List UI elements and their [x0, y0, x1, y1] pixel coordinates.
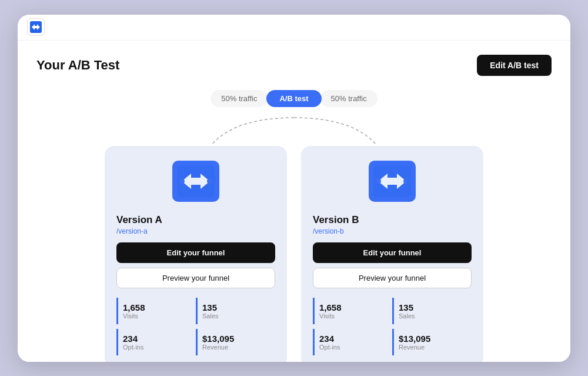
version-a-optins-value: 234: [123, 334, 192, 344]
version-a-visits-value: 1,658: [123, 302, 192, 312]
version-a-stat-optins: 234 Opt-ins: [116, 329, 192, 355]
svg-point-5: [207, 178, 213, 184]
version-a-visits-label: Visits: [123, 312, 192, 320]
version-b-icon-area: [313, 158, 472, 205]
header-row: Your A/B Test Edit A/B test: [36, 55, 552, 76]
version-b-revenue-value: $13,095: [399, 334, 468, 344]
version-a-stat-sales: 135 Sales: [196, 298, 272, 324]
version-b-stat-visits: 1,658 Visits: [313, 298, 389, 324]
cards-row: Version A /version-a Edit your funnel Pr…: [36, 146, 552, 362]
version-b-sales-value: 135: [399, 302, 468, 312]
traffic-right-label: 50% traffic: [320, 90, 377, 107]
traffic-left-label: 50% traffic: [211, 90, 268, 107]
version-b-stat-optins: 234 Opt-ins: [313, 329, 389, 355]
version-b-stat-sales: 135 Sales: [392, 298, 468, 324]
version-a-edit-funnel-button[interactable]: Edit your funnel: [116, 242, 275, 263]
main-content: Your A/B Test Edit A/B test 50% traffic …: [18, 41, 570, 362]
version-a-preview-funnel-button[interactable]: Preview your funnel: [116, 268, 275, 288]
edit-ab-test-button[interactable]: Edit A/B test: [477, 55, 552, 76]
version-a-revenue-value: $13,095: [202, 334, 272, 344]
version-b-stats: 1,658 Visits 135 Sales 234 Opt-ins $13,0…: [313, 295, 472, 358]
version-a-sales-label: Sales: [202, 312, 272, 320]
page-title: Your A/B Test: [36, 58, 119, 73]
version-b-optins-label: Opt-ins: [319, 344, 389, 351]
version-a-icon-area: [116, 158, 275, 205]
version-a-optins-label: Opt-ins: [123, 344, 192, 351]
version-a-stats: 1,658 Visits 135 Sales 234 Opt-ins $13,0…: [116, 295, 275, 358]
version-b-visits-value: 1,658: [319, 302, 389, 312]
version-b-card: Version B /version-b Edit your funnel Pr…: [301, 146, 483, 362]
version-a-revenue-label: Revenue: [202, 344, 272, 351]
version-a-card: Version A /version-a Edit your funnel Pr…: [105, 146, 287, 362]
version-b-preview-funnel-button[interactable]: Preview your funnel: [313, 268, 472, 288]
svg-point-8: [375, 178, 381, 184]
version-b-name: Version B: [313, 214, 472, 226]
version-a-sales-value: 135: [202, 302, 272, 312]
svg-point-4: [179, 178, 185, 184]
version-b-edit-funnel-button[interactable]: Edit your funnel: [313, 242, 472, 263]
version-b-stat-revenue: $13,095 Revenue: [392, 329, 468, 355]
ab-test-badge: A/B test: [266, 90, 321, 107]
version-a-stat-revenue: $13,095 Revenue: [196, 329, 272, 355]
version-b-optins-value: 234: [319, 334, 389, 344]
version-a-name: Version A: [116, 214, 275, 226]
version-b-url: /version-b: [313, 227, 472, 235]
version-a-stat-visits: 1,658 Visits: [116, 298, 192, 324]
version-b-revenue-label: Revenue: [399, 344, 468, 351]
version-b-sales-label: Sales: [399, 312, 468, 320]
traffic-bar: 50% traffic A/B test 50% traffic: [36, 90, 552, 107]
top-bar: [18, 15, 570, 41]
version-a-url: /version-a: [116, 227, 275, 235]
screen: Your A/B Test Edit A/B test 50% traffic …: [18, 15, 570, 362]
logo-icon: [27, 18, 45, 36]
curved-lines-container: [36, 117, 552, 146]
svg-point-9: [403, 178, 409, 184]
version-b-visits-label: Visits: [319, 312, 389, 320]
